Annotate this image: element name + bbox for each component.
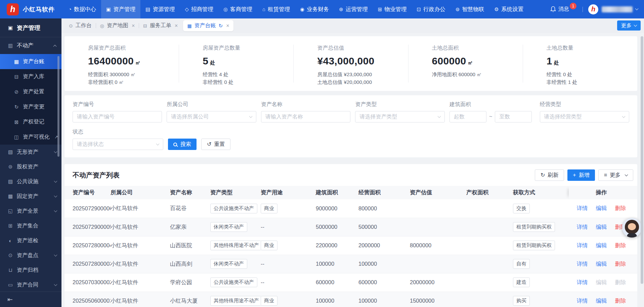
sidebar-item-asset-change[interactable]: ↻资产变更 xyxy=(0,99,61,114)
sidebar-item-asset-inspection[interactable]: ◐资产巡检 xyxy=(0,233,61,248)
cell-property-area xyxy=(466,218,513,236)
sidebar-collapse-button[interactable]: ⇤ xyxy=(0,292,61,307)
chevron-down-icon xyxy=(54,253,57,256)
sidebar-item-equity-assets[interactable]: ⊜股权资产 xyxy=(0,159,61,174)
stat-number: 1 xyxy=(547,55,552,66)
tab-asset-ledger[interactable]: ▦资产台账↻× xyxy=(183,20,233,31)
usage-tag: 商业 xyxy=(261,241,277,250)
edit-link[interactable]: 编辑 xyxy=(596,297,607,305)
cell-type: 公共设施类不动产 xyxy=(210,199,261,218)
sidebar-item-intangible-assets[interactable]: ▧无形资产 xyxy=(0,145,61,159)
sidebar-item-asset-ledger[interactable]: ▦资产台账 xyxy=(0,54,61,69)
nav-label: 行政办公 xyxy=(423,6,445,13)
lease-icon: ⌂ xyxy=(262,6,265,12)
sidebar-item-asset-disposal[interactable]: ⊘资产处置 xyxy=(0,84,61,99)
cell-usage: -- xyxy=(261,218,316,236)
cell-usage: 商业 xyxy=(261,292,316,307)
sidebar-item-asset-collection[interactable]: ⊞资产集合 xyxy=(0,218,61,233)
table-header-row: 资产编号 所属公司 资产名称 资产类型 资产用途 建筑面积 经营面积 资产估值 … xyxy=(65,186,637,199)
edit-link[interactable]: 编辑 xyxy=(596,242,607,249)
delete-link[interactable]: 删除 xyxy=(615,260,626,268)
sidebar-item-asset-contract[interactable]: ▭资产合同 xyxy=(0,277,61,292)
cell-build-area: 5000000 xyxy=(316,218,358,236)
table-more-button[interactable]: ≡更多 xyxy=(598,169,633,181)
vertical-scrollbar-thumb[interactable] xyxy=(641,36,643,284)
sidebar-item-asset-stocktake[interactable]: ⊙资产盘点 xyxy=(0,248,61,263)
nav-operation-mgmt[interactable]: ⊛运营管理 xyxy=(334,0,373,18)
tab-service-orders[interactable]: ⊟服务工单× xyxy=(140,22,181,29)
stat-subline: 非经营性 0 处 xyxy=(203,78,293,86)
detail-link[interactable]: 详情 xyxy=(577,223,588,231)
cell-code: 2025070300002 xyxy=(65,273,111,292)
nav-merchant-mgmt[interactable]: ◎客商管理 xyxy=(218,0,257,18)
company-select[interactable]: 请选择所属公司 xyxy=(167,111,256,122)
operate-type-select[interactable]: 请选择经营类型 xyxy=(540,111,629,122)
delete-link[interactable]: 删除 xyxy=(615,297,626,305)
delete-link[interactable]: 删除 xyxy=(615,242,626,249)
asset-code-input[interactable] xyxy=(73,111,162,122)
tab-asset-map[interactable]: ◎资产地图× xyxy=(97,22,138,29)
type-tag: 其他特殊用途不动产 xyxy=(210,296,261,306)
stat-land-total-area: 土地总面积 600000㎡ 净用地面积 600000 ㎡ xyxy=(408,45,523,83)
edit-link[interactable]: 编辑 xyxy=(596,205,607,212)
chevron-down-icon xyxy=(437,114,441,118)
close-icon[interactable]: × xyxy=(132,23,135,29)
asset-name-input[interactable] xyxy=(261,111,350,122)
nav-data-center[interactable]: ◔数据中心 xyxy=(63,0,101,18)
nav-resource-mgmt[interactable]: ▤资源管理 xyxy=(140,0,180,18)
user-avatar[interactable]: h xyxy=(588,4,598,14)
sidebar-item-asset-inbound[interactable]: ⊟资产入库 xyxy=(0,69,61,84)
assistant-avatar[interactable] xyxy=(622,218,642,238)
search-label: 搜索 xyxy=(180,141,191,148)
area-min-input[interactable] xyxy=(449,111,486,122)
nav-investment-mgmt[interactable]: ◇招商管理 xyxy=(180,0,218,18)
reset-button[interactable]: ↺重置 xyxy=(201,139,230,150)
cell-acquire: 自有 xyxy=(513,255,569,273)
refresh-button[interactable]: ↻刷新 xyxy=(535,169,564,181)
nav-business-finance[interactable]: ◉业务财务 xyxy=(295,0,334,18)
edit-link[interactable]: 编辑 xyxy=(596,260,607,268)
cell-valuation: 15000000 xyxy=(410,292,466,307)
add-button[interactable]: +新增 xyxy=(567,169,595,181)
username-redacted[interactable] xyxy=(602,6,633,12)
nav-admin-office[interactable]: ⊡行政办公 xyxy=(412,0,450,18)
col-asset-name: 资产名称 xyxy=(170,186,210,199)
sidebar-item-asset-archive[interactable]: ⊔资产归档 xyxy=(0,263,61,277)
status-select[interactable]: 请选择状态 xyxy=(73,139,163,150)
asset-type-select[interactable]: 请选择资产类型 xyxy=(355,111,444,122)
reset-label: 重置 xyxy=(214,141,225,148)
sidebar-item-title-registration[interactable]: ⊠产权登记 xyxy=(0,114,61,130)
tabs-more-button[interactable]: 更多 xyxy=(617,20,641,31)
sidebar-item-public-facilities[interactable]: ▨公共设施 xyxy=(0,174,61,189)
detail-link[interactable]: 详情 xyxy=(577,297,588,305)
sidebar-item-asset-panorama[interactable]: ◱资产全景 xyxy=(0,204,61,218)
close-icon[interactable]: × xyxy=(226,23,229,29)
sidebar-group-real-estate[interactable]: ▥ 不动产 xyxy=(0,37,61,54)
delete-link[interactable]: 删除 xyxy=(615,205,626,212)
cell-acquire: 建造 xyxy=(513,273,569,292)
detail-link[interactable]: 详情 xyxy=(577,260,588,268)
sidebar-item-asset-visualization[interactable]: ◫资产可视化↗ xyxy=(0,130,61,145)
area-max-input[interactable] xyxy=(495,111,532,122)
detail-link[interactable]: 详情 xyxy=(577,279,588,286)
nav-smart-iot[interactable]: ⊚智慧物联 xyxy=(450,0,489,18)
cell-valuation xyxy=(410,199,466,218)
nav-asset-mgmt[interactable]: ▣资产管理 xyxy=(101,0,140,18)
search-button[interactable]: 搜索 xyxy=(168,139,197,150)
nav-property-mgmt[interactable]: ⊞物业管理 xyxy=(373,0,412,18)
cell-type: 休闲类不动产 xyxy=(210,218,261,236)
cell-name: 亿家亲 xyxy=(170,218,210,236)
stat-number: 16400000 xyxy=(88,55,134,66)
edit-link[interactable]: 编辑 xyxy=(596,223,607,231)
messages-button[interactable]: 消息 1 xyxy=(550,6,577,13)
nav-lease-mgmt[interactable]: ⌂租赁管理 xyxy=(257,0,295,18)
tab-workbench[interactable]: ⊙工作台 xyxy=(66,22,95,29)
detail-link[interactable]: 详情 xyxy=(577,242,588,249)
sidebar-item-fixed-assets[interactable]: ▩固定资产 xyxy=(0,189,61,204)
plus-icon: + xyxy=(573,172,576,178)
nav-system-settings[interactable]: ⚙系统设置 xyxy=(489,0,528,18)
detail-link[interactable]: 详情 xyxy=(577,205,588,212)
sidebar-scrollbar[interactable] xyxy=(57,56,59,157)
refresh-icon[interactable]: ↻ xyxy=(219,23,223,29)
close-icon[interactable]: × xyxy=(175,23,178,29)
